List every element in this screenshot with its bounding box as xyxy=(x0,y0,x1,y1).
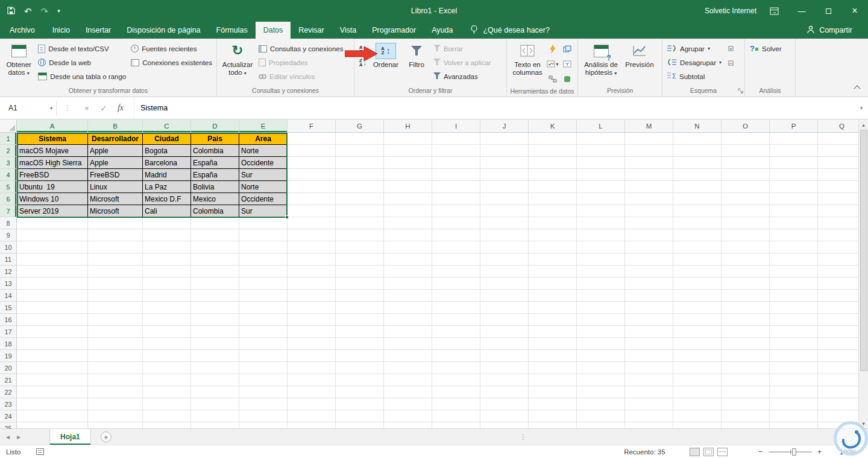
cell-E6[interactable]: Occidente xyxy=(239,193,288,205)
cell-N4[interactable] xyxy=(673,169,722,181)
cell-F21[interactable] xyxy=(288,374,336,386)
cell-N12[interactable] xyxy=(673,266,722,278)
cell-B25[interactable] xyxy=(88,422,143,428)
cell-G15[interactable] xyxy=(336,302,384,314)
cell-N11[interactable] xyxy=(673,253,722,266)
cell-M14[interactable] xyxy=(625,290,673,302)
cell-F19[interactable] xyxy=(288,350,336,362)
cell-H6[interactable] xyxy=(384,193,432,205)
what-if-analysis-button[interactable]: ? Análisis de hipótesis ▾ xyxy=(580,40,622,87)
cell-B7[interactable]: Microsoft xyxy=(88,205,143,217)
column-header-G[interactable]: G xyxy=(336,119,384,133)
refresh-all-button[interactable]: ↻ Actualizar todo ▾ xyxy=(219,40,256,87)
cell-F17[interactable] xyxy=(288,326,336,338)
cell-D13[interactable] xyxy=(191,278,239,290)
cell-J11[interactable] xyxy=(480,253,529,266)
cell-K12[interactable] xyxy=(529,266,577,278)
cell-C16[interactable] xyxy=(143,314,191,326)
cell-Q7[interactable] xyxy=(818,205,858,217)
cell-F4[interactable] xyxy=(288,169,336,181)
cell-I24[interactable] xyxy=(432,410,480,422)
cell-J15[interactable] xyxy=(480,302,529,314)
cell-E19[interactable] xyxy=(239,350,288,362)
cell-G7[interactable] xyxy=(336,205,384,217)
cell-N24[interactable] xyxy=(673,410,722,422)
cell-O15[interactable] xyxy=(722,302,770,314)
reapply-filter-button[interactable]: Volver a aplicar xyxy=(431,56,494,69)
cell-B20[interactable] xyxy=(88,362,143,374)
cell-G24[interactable] xyxy=(336,410,384,422)
view-page-layout-button[interactable] xyxy=(703,448,714,456)
cell-O8[interactable] xyxy=(722,217,770,229)
cell-A3[interactable]: macOS High Sierra xyxy=(17,157,88,169)
cell-I17[interactable] xyxy=(432,326,480,338)
scroll-up-arrow[interactable]: ▴ xyxy=(859,119,868,130)
sheet-nav-left[interactable]: ◂ xyxy=(6,433,10,441)
cell-J16[interactable] xyxy=(480,314,529,326)
cell-A7[interactable]: Server 2019 xyxy=(17,205,88,217)
cell-O2[interactable] xyxy=(722,145,770,157)
cell-P2[interactable] xyxy=(770,145,818,157)
cell-H21[interactable] xyxy=(384,374,432,386)
solver-button[interactable]: ?Solver xyxy=(747,42,784,56)
cell-D20[interactable] xyxy=(191,362,239,374)
cell-A16[interactable] xyxy=(17,314,88,326)
cell-J9[interactable] xyxy=(480,229,529,241)
cell-B5[interactable]: Linux xyxy=(88,181,143,193)
vertical-scrollbar[interactable]: ▴ ▾ xyxy=(858,119,868,428)
cell-E10[interactable] xyxy=(239,241,288,253)
column-header-H[interactable]: H xyxy=(384,119,432,133)
tab-inicio[interactable]: Inicio xyxy=(45,22,78,39)
cell-M16[interactable] xyxy=(625,314,673,326)
cell-P6[interactable] xyxy=(770,193,818,205)
cell-A4[interactable]: FreeBSD xyxy=(17,169,88,181)
tab-ayuda[interactable]: Ayuda xyxy=(424,22,461,39)
cell-F11[interactable] xyxy=(288,253,336,266)
column-header-P[interactable]: P xyxy=(770,119,818,133)
zoom-slider-thumb[interactable] xyxy=(792,448,796,456)
cell-C24[interactable] xyxy=(143,410,191,422)
insert-function-button[interactable]: fx xyxy=(112,103,129,113)
column-header-N[interactable]: N xyxy=(673,119,722,133)
cell-F25[interactable] xyxy=(288,422,336,428)
row-header-12[interactable]: 12 xyxy=(0,266,17,278)
from-table-range-button[interactable]: Desde una tabla o rango xyxy=(36,69,128,83)
cell-K10[interactable] xyxy=(529,241,577,253)
formula-bar-splitter[interactable]: ⋮ xyxy=(64,104,71,112)
cell-Q10[interactable] xyxy=(818,241,858,253)
cell-Q13[interactable] xyxy=(818,278,858,290)
cell-F15[interactable] xyxy=(288,302,336,314)
cell-B10[interactable] xyxy=(88,241,143,253)
cell-H4[interactable] xyxy=(384,169,432,181)
column-header-M[interactable]: M xyxy=(625,119,673,133)
cell-B18[interactable] xyxy=(88,338,143,350)
cell-I22[interactable] xyxy=(432,386,480,398)
cell-J14[interactable] xyxy=(480,290,529,302)
cell-A20[interactable] xyxy=(17,362,88,374)
cell-K9[interactable] xyxy=(529,229,577,241)
ribbon-display-options-icon[interactable] xyxy=(770,7,779,15)
cell-A18[interactable] xyxy=(17,338,88,350)
cell-F3[interactable] xyxy=(288,157,336,169)
cell-J13[interactable] xyxy=(480,278,529,290)
cell-G16[interactable] xyxy=(336,314,384,326)
cell-N18[interactable] xyxy=(673,338,722,350)
cell-K22[interactable] xyxy=(529,386,577,398)
maximize-button[interactable] xyxy=(815,0,841,22)
advanced-filter-button[interactable]: Avanzadas xyxy=(431,69,494,83)
cell-P12[interactable] xyxy=(770,266,818,278)
cell-M22[interactable] xyxy=(625,386,673,398)
row-header-21[interactable]: 21 xyxy=(0,374,17,386)
cell-E1[interactable]: Area xyxy=(239,133,288,145)
cell-M4[interactable] xyxy=(625,169,673,181)
row-header-19[interactable]: 19 xyxy=(0,350,17,362)
cell-P5[interactable] xyxy=(770,181,818,193)
cell-I2[interactable] xyxy=(432,145,480,157)
cell-B9[interactable] xyxy=(88,229,143,241)
cell-H25[interactable] xyxy=(384,422,432,428)
column-header-B[interactable]: B xyxy=(88,119,143,133)
cell-K20[interactable] xyxy=(529,362,577,374)
cell-L14[interactable] xyxy=(577,290,625,302)
cell-C12[interactable] xyxy=(143,266,191,278)
cell-J4[interactable] xyxy=(480,169,529,181)
